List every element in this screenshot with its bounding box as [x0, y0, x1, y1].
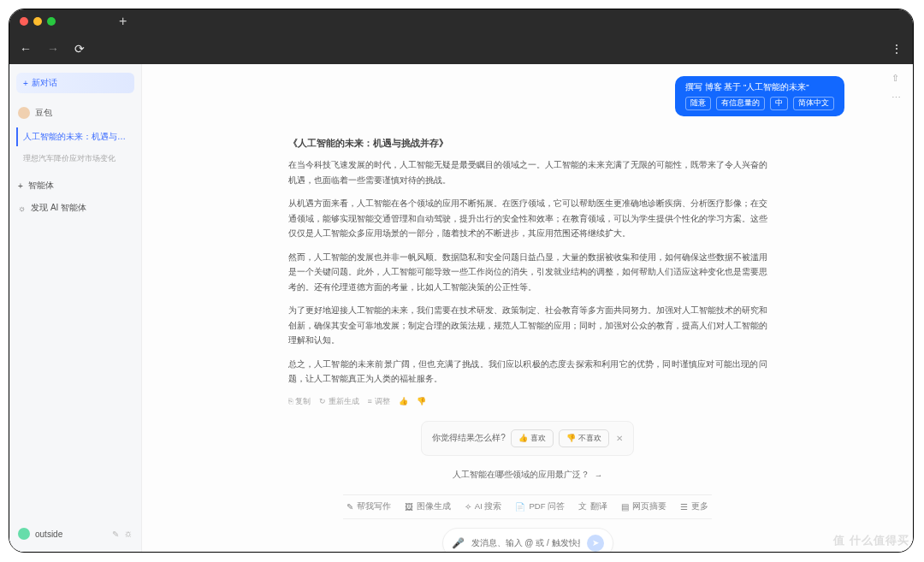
new-chat-button[interactable]: +新对话: [16, 73, 134, 93]
prompt-tag: 有信息量的: [716, 97, 765, 110]
feedback-bar: 你觉得结果怎么样? 👍 喜欢 👎 不喜欢 ✕: [421, 421, 634, 456]
bot-avatar: [18, 107, 30, 119]
feedback-question: 你觉得结果怎么样?: [432, 432, 506, 444]
thumbs-up-icon[interactable]: 👍: [399, 395, 408, 409]
sidebar-footer[interactable]: outside ✎ ⛭: [16, 524, 134, 543]
suggestion-text: 人工智能在哪些领域的应用最广泛？: [453, 470, 589, 481]
nav-forward-icon[interactable]: →: [47, 42, 59, 56]
message-input-row: 🎤 ➤: [442, 528, 613, 553]
article-body: 《人工智能的未来：机遇与挑战并存》 在当今科技飞速发展的时代，人工智能无疑是最受…: [288, 135, 767, 409]
edit-icon[interactable]: ✎: [112, 529, 119, 539]
bot-name: 豆包: [35, 107, 52, 119]
like-button[interactable]: 👍 喜欢: [511, 429, 554, 447]
tool-image[interactable]: 🖼 图像生成: [405, 501, 451, 512]
sidebar-label: 发现 AI 智能体: [31, 202, 86, 214]
browser-chrome: + ← → ⟳ ⋮: [9, 9, 913, 64]
article-paragraph: 从机遇方面来看，人工智能在各个领域的应用不断拓展。在医疗领域，它可以帮助医生更准…: [288, 196, 767, 241]
mic-icon[interactable]: 🎤: [452, 537, 465, 549]
thread-active[interactable]: 人工智能的未来：机遇与挑…: [16, 127, 134, 146]
prompt-tag: 随意: [685, 97, 711, 110]
article-paragraph: 为了更好地迎接人工智能的未来，我们需要在技术研发、政策制定、社会教育等多方面共同…: [288, 303, 767, 348]
article-paragraph: 在当今科技飞速发展的时代，人工智能无疑是最受瞩目的领域之一。人工智能的未来充满了…: [288, 157, 767, 187]
article-paragraph: 然而，人工智能的发展也并非一帆风顺。数据隐私和安全问题日益凸显，大量的数据被收集…: [288, 250, 767, 295]
user-prompt-card: 撰写 博客 基于 "人工智能的未来" 随意 有信息量的 中 简体中文: [675, 76, 844, 116]
window-max-dot[interactable]: [47, 17, 56, 26]
thread-item[interactable]: 理想汽车降价应对市场变化: [16, 150, 134, 168]
nav-reload-icon[interactable]: ⟳: [74, 42, 85, 56]
thumbs-down-icon[interactable]: 👎: [417, 395, 426, 409]
tool-search[interactable]: ✧ AI 搜索: [465, 501, 502, 512]
message-input[interactable]: [471, 538, 580, 547]
window-min-dot[interactable]: [33, 17, 42, 26]
quick-toolbar: ✎ 帮我写作 🖼 图像生成 ✧ AI 搜索 📄 PDF 问答 文 翻译 ▤ 网页…: [343, 494, 712, 519]
settings-icon[interactable]: ⛭: [124, 529, 133, 539]
tool-pdf[interactable]: 📄 PDF 问答: [515, 501, 565, 512]
tool-more[interactable]: ☰ 更多: [680, 501, 708, 512]
bot-row[interactable]: 豆包: [16, 104, 134, 122]
tool-summary[interactable]: ▤ 网页摘要: [621, 501, 666, 512]
article-paragraph: 总之，人工智能的未来前景广阔，但也充满了挑战。我们应以积极的态度去探索和利用它的…: [288, 357, 767, 387]
adjust-button[interactable]: ≡ 调整: [368, 395, 390, 409]
plus-small-icon: +: [18, 181, 23, 191]
share-icon[interactable]: ⇧: [891, 73, 901, 84]
sidebar-item-discover[interactable]: ☼发现 AI 智能体: [16, 197, 134, 219]
suggestion-chip[interactable]: 人工智能在哪些领域的应用最广泛？ →: [451, 464, 605, 486]
window-close-dot[interactable]: [20, 17, 28, 26]
compass-icon: ☼: [18, 204, 26, 213]
sidebar: +新对话 豆包 人工智能的未来：机遇与挑… 理想汽车降价应对市场变化 +智能体 …: [9, 64, 142, 552]
prompt-tag: 简体中文: [793, 97, 834, 110]
watermark: 值 什么值得买: [833, 533, 909, 548]
new-tab-button[interactable]: +: [119, 14, 127, 29]
user-avatar: [18, 528, 30, 540]
sidebar-label: 智能体: [28, 180, 54, 192]
regenerate-button[interactable]: ↻ 重新生成: [319, 395, 359, 409]
prompt-tag: 中: [770, 97, 788, 110]
new-chat-label: 新对话: [32, 77, 57, 89]
dislike-button[interactable]: 👎 不喜欢: [559, 429, 609, 447]
main-area: ⇧ ⋯ 撰写 博客 基于 "人工智能的未来" 随意 有信息量的 中 简体中文 《…: [142, 64, 913, 552]
copy-button[interactable]: ⎘ 复制: [288, 395, 311, 409]
sidebar-item-agent[interactable]: +智能体: [16, 175, 134, 197]
browser-menu-icon[interactable]: ⋮: [891, 42, 903, 56]
nav-back-icon[interactable]: ←: [20, 42, 32, 56]
tool-translate[interactable]: 文 翻译: [578, 501, 607, 512]
plus-icon: +: [23, 79, 28, 88]
article-title: 《人工智能的未来：机遇与挑战并存》: [288, 135, 767, 151]
close-icon[interactable]: ✕: [616, 434, 623, 443]
tool-write[interactable]: ✎ 帮我写作: [346, 501, 391, 512]
arrow-right-icon: →: [595, 470, 603, 480]
send-button[interactable]: ➤: [587, 535, 604, 552]
prompt-text: 撰写 博客 基于 "人工智能的未来": [685, 82, 834, 93]
more-icon[interactable]: ⋯: [891, 92, 901, 104]
user-name: outside: [35, 529, 62, 539]
